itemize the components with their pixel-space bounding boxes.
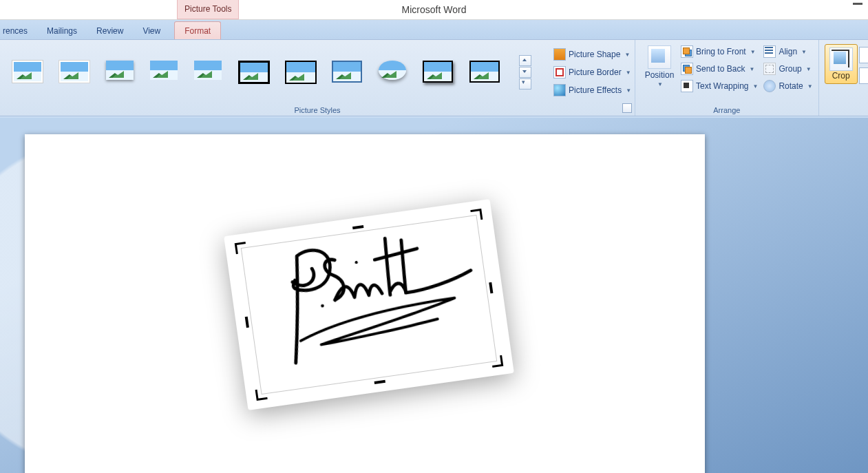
send-to-back-button[interactable]: Send to Back ▼ [679, 61, 759, 76]
chevron-down-icon: ▼ [752, 83, 758, 90]
ribbon: Picture Shape ▼ Picture Border ▼ Picture… [0, 40, 868, 116]
rotate-button[interactable]: Rotate ▼ [762, 78, 814, 94]
chevron-down-icon: ▼ [750, 49, 756, 55]
group-icon [763, 63, 776, 75]
tab-format[interactable]: Format [174, 21, 221, 39]
crop-icon [829, 48, 853, 71]
chevron-down-icon: ▼ [749, 66, 754, 72]
crop-handle-bottom-right[interactable] [486, 351, 503, 368]
group-button: Group ▼ [762, 61, 814, 76]
position-label: Position [645, 70, 675, 80]
tab-review[interactable]: Review [87, 22, 133, 39]
bring-to-front-button[interactable]: Bring to Front ▼ [679, 44, 759, 59]
chevron-down-icon: ▼ [626, 70, 631, 76]
picture-effects-icon [553, 84, 566, 96]
picture-shape-button[interactable]: Picture Shape ▼ [552, 47, 633, 62]
crop-button[interactable]: Crop [825, 44, 858, 84]
crop-handle-top-left[interactable] [235, 241, 252, 258]
picture-style-8[interactable] [332, 61, 362, 84]
gallery-spinner [519, 55, 531, 90]
group-label-arrange: Arrange [635, 106, 818, 114]
picture-effects-label: Picture Effects [569, 85, 622, 95]
chevron-down-icon: ▼ [807, 83, 813, 90]
text-wrapping-button[interactable]: Text Wrapping ▼ [679, 78, 759, 94]
picture-style-7[interactable] [285, 61, 315, 84]
picture-border-label: Picture Border [569, 67, 622, 77]
ribbon-tab-strip: rences Mailings Review View Format [0, 20, 868, 40]
align-label: Align [779, 47, 797, 56]
picture-styles-dialog-launcher[interactable] [622, 103, 632, 113]
picture-styles-gallery: Picture Shape ▼ Picture Border ▼ Picture… [4, 43, 631, 98]
picture-style-4[interactable] [150, 61, 178, 84]
crop-handle-bottom-left[interactable] [255, 383, 272, 401]
text-wrapping-label: Text Wrapping [696, 81, 748, 91]
picture-style-3[interactable] [106, 61, 134, 84]
position-button[interactable]: Position ▼ [639, 43, 679, 116]
gallery-row-down[interactable] [519, 67, 531, 78]
width-input[interactable] [859, 67, 868, 84]
picture-style-6[interactable] [238, 61, 268, 84]
group-label: Group [779, 64, 801, 74]
picture-shape-icon [553, 48, 566, 61]
minimize-icon[interactable] [853, 3, 862, 5]
app-title: Microsoft Word [402, 0, 467, 19]
group-size: Crop [819, 40, 868, 116]
bring-to-front-icon [681, 45, 693, 58]
height-input[interactable] [859, 47, 868, 63]
group-arrange: Position ▼ Bring to Front ▼ Send to Back… [635, 40, 819, 116]
send-to-back-icon [681, 63, 693, 75]
crop-label: Crop [832, 71, 850, 81]
position-icon [648, 45, 671, 69]
svg-point-0 [321, 304, 324, 308]
picture-adjust-menu: Picture Shape ▼ Picture Border ▼ Picture… [552, 47, 633, 98]
gallery-more[interactable] [519, 78, 531, 90]
picture-style-1[interactable] [12, 61, 43, 84]
size-inputs [859, 43, 868, 88]
tab-view[interactable]: View [133, 22, 170, 39]
picture-style-5[interactable] [194, 61, 222, 84]
picture-style-10[interactable] [423, 61, 453, 84]
align-button[interactable]: Align ▼ [762, 44, 814, 59]
picture-style-2[interactable] [59, 61, 89, 84]
tab-mailings[interactable]: Mailings [37, 22, 87, 39]
document-background [0, 118, 868, 473]
tab-references[interactable]: rences [0, 22, 37, 39]
inserted-picture[interactable] [224, 199, 514, 410]
contextual-tab-picture-tools: Picture Tools [177, 0, 239, 19]
text-wrapping-icon [681, 80, 693, 92]
chevron-down-icon: ▼ [624, 52, 630, 58]
group-label-picture-styles: Picture Styles [0, 106, 635, 114]
picture-border-button[interactable]: Picture Border ▼ [552, 65, 633, 80]
chevron-down-icon: ▼ [806, 66, 812, 72]
group-picture-styles: Picture Shape ▼ Picture Border ▼ Picture… [0, 40, 635, 116]
rotate-label: Rotate [779, 81, 803, 91]
picture-style-9[interactable] [379, 61, 406, 84]
chevron-down-icon: ▼ [801, 49, 807, 55]
gallery-row-up[interactable] [519, 55, 531, 66]
rotate-icon [763, 80, 776, 92]
bring-to-front-label: Bring to Front [696, 47, 746, 56]
align-icon [763, 45, 776, 58]
picture-effects-button[interactable]: Picture Effects ▼ [552, 83, 633, 98]
svg-point-1 [354, 261, 358, 264]
send-to-back-label: Send to Back [696, 64, 745, 74]
picture-border-icon [553, 66, 566, 78]
chevron-down-icon: ▼ [626, 87, 631, 94]
crop-handle-top-right[interactable] [466, 209, 483, 226]
picture-style-11[interactable] [469, 61, 500, 84]
picture-shape-label: Picture Shape [569, 50, 620, 59]
title-bar: Picture Tools Microsoft Word [0, 0, 868, 20]
document-page[interactable] [25, 134, 705, 473]
chevron-down-icon: ▼ [657, 81, 663, 87]
